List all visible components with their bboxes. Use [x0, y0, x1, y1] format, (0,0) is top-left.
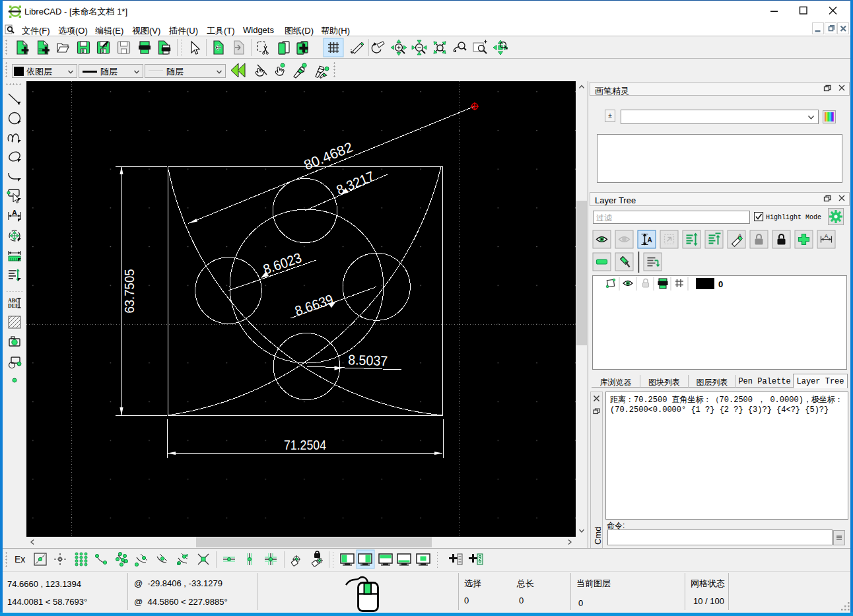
svg-text:A: A	[648, 236, 652, 244]
svg-text:DEF: DEF	[8, 303, 18, 309]
svg-text:8.5037: 8.5037	[348, 352, 388, 368]
svg-text:A: A	[738, 232, 742, 239]
svg-text:71.2504: 71.2504	[284, 437, 326, 452]
svg-text:Ex: Ex	[15, 554, 25, 565]
svg-text:Cmd: Cmd	[593, 527, 602, 545]
svg-text:A: A	[824, 233, 828, 240]
svg-text:63.7505: 63.7505	[121, 269, 137, 314]
svg-text:A: A	[12, 209, 17, 217]
svg-text:0: 0	[718, 279, 723, 289]
